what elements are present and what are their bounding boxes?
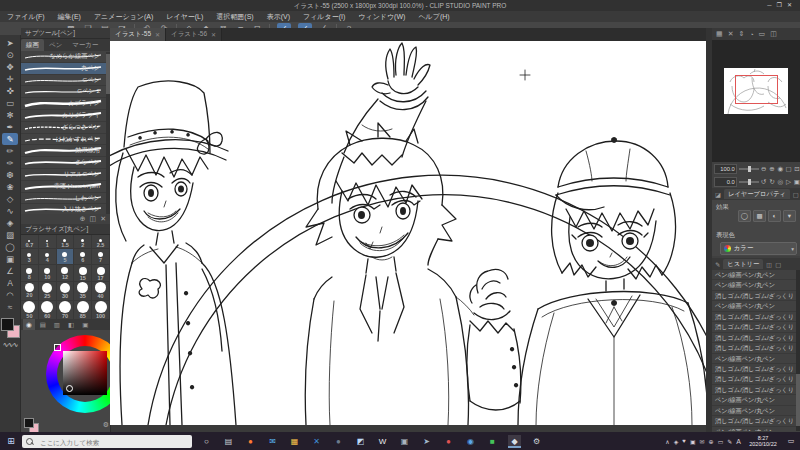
line-correction-tool-icon[interactable]: ≈ bbox=[2, 301, 18, 313]
size-cell[interactable]: 4 bbox=[39, 249, 57, 264]
notification-center-icon[interactable]: ▭ bbox=[785, 437, 797, 445]
decoration-tool-icon[interactable]: ❀ bbox=[2, 181, 18, 193]
size-cell[interactable]: 0.7 bbox=[21, 235, 39, 249]
mini-foreground-swatch[interactable] bbox=[24, 418, 34, 428]
size-cell[interactable]: 1.5 bbox=[57, 235, 75, 249]
layer-move-tool-icon[interactable]: ✜ bbox=[2, 85, 18, 97]
zoom-slider[interactable] bbox=[739, 168, 759, 170]
menu-layer[interactable]: レイヤー(L) bbox=[166, 12, 203, 22]
size-cell[interactable]: 12 bbox=[57, 265, 75, 282]
move-tool-icon[interactable]: ✛ bbox=[2, 73, 18, 85]
zoom-tool-icon[interactable]: ⊙ bbox=[2, 49, 18, 61]
brush-item[interactable]: ざらつきペン bbox=[21, 122, 110, 134]
minimize-button[interactable]: ─ bbox=[767, 2, 776, 8]
menu-help[interactable]: ヘルプ(H) bbox=[418, 12, 449, 22]
zoom-100-icon[interactable]: ◉ bbox=[777, 165, 783, 173]
size-cell[interactable]: 15 bbox=[74, 265, 92, 282]
tray-icon[interactable]: ▭ bbox=[718, 438, 724, 445]
approx-color-tab-icon[interactable]: ◧ bbox=[65, 319, 77, 330]
flip-horizontal-icon[interactable]: ▷ bbox=[785, 178, 791, 186]
brush-item[interactable]: カブライン bbox=[21, 98, 110, 110]
panel-minimize-icon[interactable]: ▭ bbox=[759, 30, 766, 38]
color-settings-gear-icon[interactable]: ⚙ bbox=[103, 421, 109, 429]
color-slider-tab-icon[interactable]: ▥ bbox=[51, 319, 63, 330]
balloon-tool-icon[interactable]: ◠ bbox=[2, 289, 18, 301]
history-item[interactable]: ペン/線画ペン/丸ペン bbox=[712, 280, 800, 290]
size-cell[interactable]: 3 bbox=[21, 249, 39, 264]
size-cell[interactable]: 6 bbox=[74, 249, 92, 264]
menu-animation[interactable]: アニメーション(A) bbox=[94, 12, 153, 22]
operate-tool-icon[interactable]: ➤ bbox=[2, 37, 18, 49]
wikipedia-icon[interactable]: W bbox=[376, 435, 389, 448]
size-cell[interactable]: 30 bbox=[57, 282, 75, 300]
brush-item[interactable]: Gペン bbox=[21, 75, 110, 87]
menu-selection[interactable]: 選択範囲(S) bbox=[216, 12, 253, 22]
panel-float-icon[interactable]: ◫ bbox=[770, 30, 777, 38]
size-cell[interactable]: 50 bbox=[21, 301, 39, 320]
ime-indicator[interactable]: A bbox=[736, 438, 741, 445]
rotate-right-icon[interactable]: ↻ bbox=[769, 178, 775, 186]
line-app-icon[interactable]: ■ bbox=[486, 435, 499, 448]
firefox-icon[interactable]: ● bbox=[244, 435, 257, 448]
paper-plane-icon[interactable]: ➤ bbox=[420, 435, 433, 448]
text-tool-icon[interactable]: A bbox=[2, 277, 18, 289]
size-cell-selected[interactable]: 5 bbox=[57, 249, 75, 264]
menu-window[interactable]: ウィンドウ(W) bbox=[358, 12, 405, 22]
photos-icon[interactable]: ◩ bbox=[354, 435, 367, 448]
delete-subtool-icon[interactable]: ✕ bbox=[100, 215, 106, 223]
brush-item[interactable]: 入り抜きペン bbox=[21, 204, 110, 214]
blend-tool-icon[interactable]: ∿ bbox=[2, 205, 18, 217]
history-item[interactable]: 消しゴム/消しゴム/ざっくり bbox=[712, 343, 800, 353]
brush-item[interactable]: リアルGペン bbox=[21, 169, 110, 181]
tone-effect-icon[interactable]: ▩ bbox=[753, 210, 766, 222]
panel-dock-icon[interactable]: ⇕ bbox=[739, 30, 745, 38]
history-scrollbar[interactable] bbox=[796, 270, 800, 431]
gradient-tool-icon[interactable]: ▨ bbox=[2, 229, 18, 241]
subtool-tab-marker[interactable]: マーカー bbox=[67, 39, 103, 51]
ruler-tool-icon[interactable]: ∠ bbox=[2, 265, 18, 277]
size-cell[interactable]: 10 bbox=[39, 265, 57, 282]
panel-close-icon[interactable]: ✕ bbox=[728, 30, 734, 38]
figure-tool-icon[interactable]: ◯ bbox=[2, 241, 18, 253]
pen-tool-icon[interactable]: ✎ bbox=[2, 133, 18, 145]
brush-item[interactable]: しわペン bbox=[21, 193, 110, 205]
reset-rotation-icon[interactable]: ◎ bbox=[777, 178, 783, 186]
navigator-tab-icon[interactable]: ▦ bbox=[716, 30, 723, 38]
history-tab[interactable]: ヒストリー bbox=[723, 259, 763, 269]
airbrush-tool-icon[interactable]: ❆ bbox=[2, 169, 18, 181]
search-input[interactable] bbox=[38, 435, 190, 450]
subview-tab-icon[interactable]: ◔ bbox=[749, 31, 753, 38]
size-cell[interactable]: 8 bbox=[21, 265, 39, 282]
size-cell[interactable]: 25 bbox=[39, 282, 57, 300]
brush-item[interactable]: Gペン 2 bbox=[21, 86, 110, 98]
size-cell[interactable]: 35 bbox=[74, 282, 92, 300]
history-item[interactable]: 消しゴム/消しゴム/ざっくり bbox=[712, 333, 800, 343]
brush-item[interactable]: はねかすれペン bbox=[21, 134, 110, 146]
duplicate-subtool-icon[interactable]: ◫ bbox=[90, 215, 97, 223]
frame-border-tool-icon[interactable]: ▣ bbox=[2, 253, 18, 265]
size-cell[interactable]: 1 bbox=[39, 235, 57, 249]
pencil-tool-icon[interactable]: ✏ bbox=[2, 145, 18, 157]
expand-effect-icon[interactable]: ▾ bbox=[783, 210, 796, 222]
tray-icon[interactable]: ▣ bbox=[690, 438, 696, 445]
size-cell[interactable]: 100 bbox=[92, 301, 110, 320]
layer-property-side-icon[interactable]: ▢ bbox=[793, 191, 799, 198]
add-subtool-icon[interactable]: ⊕ bbox=[80, 215, 86, 223]
panel-side-icon[interactable]: ◫ bbox=[766, 261, 772, 268]
tray-pen-icon[interactable]: ✎ bbox=[727, 438, 732, 445]
color-wheel-tab-icon[interactable]: ◉ bbox=[23, 319, 35, 330]
menu-view[interactable]: 表示(V) bbox=[267, 12, 290, 22]
subtool-tab-pen[interactable]: ペン bbox=[44, 39, 67, 51]
cortana-icon[interactable]: ○ bbox=[200, 435, 213, 448]
size-cell[interactable]: 40 bbox=[92, 282, 110, 300]
app-blue-icon[interactable]: ✕ bbox=[310, 435, 323, 448]
navigator-preview[interactable] bbox=[712, 40, 800, 162]
border-effect-icon[interactable]: ◯ bbox=[738, 210, 751, 222]
menu-file[interactable]: ファイル(F) bbox=[7, 12, 45, 22]
history-item[interactable]: 消しゴム/消しゴム/ざっくり bbox=[712, 312, 800, 322]
history-item[interactable]: 消しゴム/消しゴム/ざっくり bbox=[712, 291, 800, 301]
tray-icon[interactable]: ◈ bbox=[674, 438, 679, 445]
layer-tab-icon[interactable]: ✎ bbox=[715, 261, 720, 268]
history-item[interactable]: ペン/線画ペン/丸ペン bbox=[712, 270, 800, 280]
layer-color-effect-icon[interactable]: ◐ bbox=[768, 210, 781, 222]
